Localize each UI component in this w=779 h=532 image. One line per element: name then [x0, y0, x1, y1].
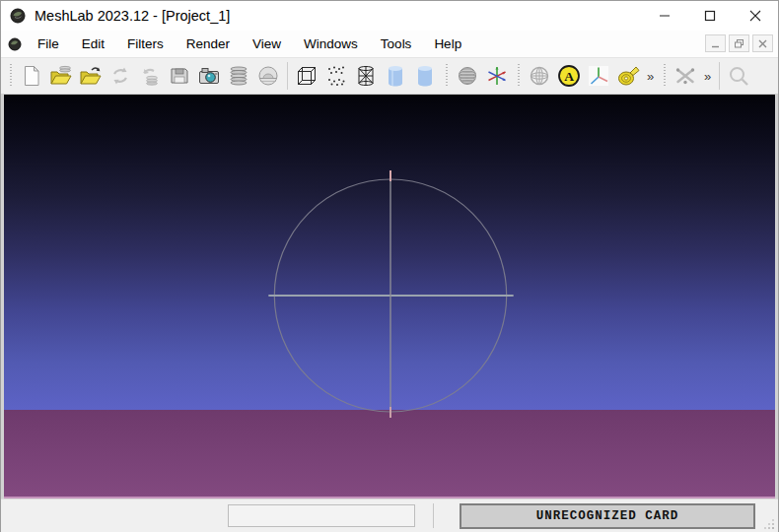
draw-bounding-box-button[interactable]: [292, 60, 321, 92]
open-project-button[interactable]: [46, 60, 76, 92]
draw-flat-shading-button[interactable]: [381, 60, 410, 92]
trackball[interactable]: [4, 95, 775, 499]
camera-icon: [197, 64, 221, 88]
gl-viewport[interactable]: [1, 95, 778, 499]
reload-mesh-button[interactable]: [106, 60, 135, 92]
import-mesh-folder-icon: [79, 64, 103, 88]
layers-stack-icon: [227, 64, 250, 88]
bounding-box-icon: [295, 64, 319, 88]
show-layer-dialog-button[interactable]: [224, 60, 253, 92]
import-mesh-button[interactable]: [76, 60, 106, 92]
export-mesh-icon: [138, 64, 162, 88]
draw-smooth-shading-button[interactable]: [410, 60, 440, 92]
search-icon: [727, 64, 750, 88]
mdi-close-icon: [758, 39, 767, 48]
save-snapshot-button[interactable]: [165, 60, 194, 92]
toolbar-overflow-button[interactable]: »: [700, 60, 715, 92]
menu-windows[interactable]: Windows: [294, 33, 368, 55]
toolbar-drag-handle[interactable]: [445, 64, 448, 88]
project-window-icon: [8, 37, 22, 51]
smooth-cylinder-icon: [413, 64, 437, 88]
show-text-annotation-button[interactable]: A: [554, 60, 584, 92]
menu-tools[interactable]: Tools: [371, 33, 422, 55]
raster-globe-icon: [256, 64, 280, 88]
statusbar-separator: [433, 503, 434, 528]
edit-tools-button[interactable]: [671, 60, 700, 92]
search-filter-button[interactable]: [724, 60, 753, 92]
snapshot-camera-button[interactable]: [194, 60, 224, 92]
menu-filters[interactable]: Filters: [117, 33, 174, 55]
mdi-close-button[interactable]: [752, 34, 773, 52]
toolbar-drag-handle[interactable]: [663, 64, 666, 88]
toolbar-overflow-button[interactable]: »: [643, 60, 658, 92]
trackball-globe-icon: [528, 64, 551, 88]
mdi-restore-icon: [735, 39, 744, 48]
tape-measure-icon: [616, 64, 640, 88]
wireframe-cage-icon: [354, 64, 378, 88]
corner-axes-icon: [587, 64, 610, 88]
meshlab-logo-icon: [10, 8, 26, 24]
new-document-icon: [20, 64, 43, 88]
close-button[interactable]: [733, 1, 778, 31]
draw-points-button[interactable]: [321, 60, 351, 92]
progress-bar: [228, 504, 415, 527]
minimize-icon: [659, 10, 671, 22]
mdi-minimize-icon: [711, 39, 720, 48]
toolbar-separator: [287, 62, 288, 90]
maximize-icon: [704, 10, 716, 22]
draw-texture-button[interactable]: [453, 60, 482, 92]
draw-wireframe-button[interactable]: [351, 60, 381, 92]
toolbar-separator: [719, 62, 720, 90]
show-corner-axes-button[interactable]: [584, 60, 613, 92]
flat-cylinder-icon: [384, 64, 407, 88]
new-empty-project-button[interactable]: [17, 60, 46, 92]
text-annotation-icon: A: [557, 64, 581, 88]
window-controls: [642, 1, 778, 31]
menu-edit[interactable]: Edit: [72, 33, 114, 55]
meshlab-window: MeshLab 2023.12 - [Project_1] File Edit …: [0, 0, 779, 532]
toolbar-drag-handle[interactable]: [517, 64, 520, 88]
measuring-tool-button[interactable]: [613, 60, 643, 92]
edit-tools-icon: [673, 64, 697, 88]
menu-render[interactable]: Render: [177, 33, 240, 55]
mdi-restore-button[interactable]: [729, 34, 749, 52]
menu-bar: File Edit Filters Render View Windows To…: [1, 31, 778, 57]
status-message: UNRECOGNIZED CARD: [536, 509, 679, 523]
textured-sphere-icon: [456, 64, 479, 88]
status-bar: UNRECOGNIZED CARD: [1, 499, 778, 532]
axes-star-icon: [485, 64, 509, 88]
menu-file[interactable]: File: [28, 33, 69, 55]
floppy-disk-icon: [168, 64, 191, 88]
show-raster-button[interactable]: [253, 60, 283, 92]
toolbar-drag-handle[interactable]: [9, 64, 12, 88]
reload-icon: [108, 64, 132, 88]
resize-grip-icon[interactable]: [763, 518, 776, 531]
menu-view[interactable]: View: [243, 33, 291, 55]
menu-help[interactable]: Help: [424, 33, 471, 55]
show-axis-button[interactable]: [482, 60, 512, 92]
window-title: MeshLab 2023.12 - [Project_1]: [35, 8, 230, 24]
open-project-folder-icon: [49, 64, 73, 88]
mdi-window-controls: [705, 34, 773, 52]
export-mesh-button[interactable]: [135, 60, 165, 92]
points-icon: [324, 64, 348, 88]
title-bar: MeshLab 2023.12 - [Project_1]: [1, 1, 778, 31]
close-icon: [749, 10, 761, 22]
annotation-letter: A: [564, 69, 574, 84]
main-toolbar: A »: [1, 57, 778, 95]
status-message-panel: UNRECOGNIZED CARD: [460, 503, 755, 529]
maximize-button[interactable]: [687, 1, 733, 31]
minimize-button[interactable]: [642, 1, 687, 31]
show-trackball-button[interactable]: [525, 60, 554, 92]
mdi-minimize-button[interactable]: [705, 34, 726, 52]
